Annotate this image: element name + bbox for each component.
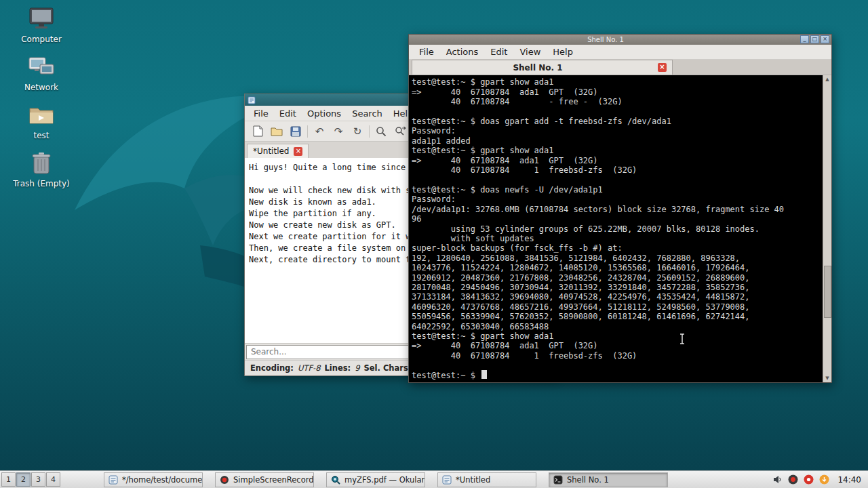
text-editor-icon	[442, 475, 452, 485]
task-button-untitled[interactable]: *Untitled	[437, 472, 536, 487]
workspace-button-3[interactable]: 3	[31, 472, 45, 487]
computer-icon	[26, 5, 56, 33]
editor-menu-file[interactable]: File	[249, 107, 273, 120]
minimize-button[interactable]: _	[800, 35, 809, 43]
terminal-menubar: File Actions Edit View Help	[409, 45, 831, 60]
scroll-up-icon[interactable]: ▲	[823, 75, 832, 83]
desktop-icon-label: Computer	[21, 35, 62, 44]
desktop-icon-computer[interactable]: Computer	[11, 5, 72, 44]
search-button[interactable]	[374, 124, 389, 139]
task-label: SimpleScreenRecorder	[233, 475, 314, 485]
terminal-menu-view[interactable]: View	[515, 45, 545, 58]
workspace-switcher: 1 2 3 4	[1, 472, 60, 487]
taskbar: 1 2 3 4 */home/test/documents/... Simple…	[0, 470, 868, 488]
terminal-menu-actions[interactable]: Actions	[441, 45, 484, 58]
redo-button[interactable]: ↷	[331, 124, 346, 139]
terminal-tab-label: Shell No. 1	[418, 63, 658, 73]
okular-icon	[331, 475, 340, 485]
task-label: myZFS.pdf — Okular	[344, 475, 425, 485]
task-label: *Untitled	[456, 475, 490, 485]
desktop-icon-label: Trash (Empty)	[13, 180, 70, 188]
terminal-text-cursor	[481, 370, 487, 379]
folder-icon	[26, 102, 56, 129]
open-file-button[interactable]	[269, 124, 284, 139]
toolbar-separator	[369, 125, 370, 138]
trash-icon	[26, 150, 56, 177]
desktop-icon-trash[interactable]: Trash (Empty)	[11, 150, 72, 188]
status-encoding-value: UTF-8	[298, 363, 321, 373]
terminal-window: Shell No. 1 _ □ × File Actions Edit View…	[408, 34, 832, 383]
tab-close-icon[interactable]: ×	[294, 147, 302, 156]
taskbar-clock[interactable]: 14:40	[837, 475, 861, 485]
workspace-button-1[interactable]: 1	[1, 472, 16, 487]
status-sel-label: Sel. Chars:	[364, 363, 412, 373]
tray-update-icon[interactable]	[819, 474, 829, 485]
status-lines-label: Lines:	[324, 363, 351, 373]
mouse-cursor	[679, 333, 686, 346]
close-button[interactable]: ×	[821, 35, 829, 43]
tray-record-status-icon[interactable]	[804, 474, 814, 485]
scroll-down-icon[interactable]: ▼	[823, 374, 832, 382]
editor-tab-untitled[interactable]: *Untitled ×	[247, 144, 309, 158]
search-replace-button[interactable]	[393, 124, 408, 139]
editor-menu-options[interactable]: Options	[302, 107, 346, 120]
terminal-tabbar: Shell No. 1 ×	[409, 60, 831, 75]
terminal-titlebar[interactable]: Shell No. 1 _ □ ×	[409, 35, 831, 45]
terminal-menu-help[interactable]: Help	[548, 45, 578, 58]
task-button-list: */home/test/documents/... SimpleScreenRe…	[104, 472, 668, 487]
task-label: Shell No. 1	[567, 475, 609, 485]
terminal-icon	[553, 475, 563, 485]
scrollbar-thumb[interactable]	[824, 266, 831, 318]
terminal-tab[interactable]: Shell No. 1 ×	[412, 60, 673, 75]
recorder-icon	[220, 475, 229, 485]
network-icon	[26, 54, 56, 81]
text-editor-icon	[108, 475, 118, 485]
editor-menu-search[interactable]: Search	[347, 107, 387, 120]
save-button[interactable]	[288, 124, 303, 139]
terminal-screen-wrap: test@test:~ $ gpart show ada1 => 40 6710…	[409, 75, 831, 382]
status-encoding-label: Encoding:	[250, 363, 294, 373]
desktop-icon-network[interactable]: Network	[11, 54, 72, 92]
desktop-icon-label: test	[33, 131, 49, 140]
task-button-okular[interactable]: myZFS.pdf — Okular	[326, 472, 425, 487]
new-file-button[interactable]	[250, 124, 265, 139]
volume-icon[interactable]	[772, 474, 783, 485]
maximize-button[interactable]: □	[810, 35, 819, 43]
workspace-button-2[interactable]: 2	[16, 472, 31, 487]
task-button-simplescreenrecorder[interactable]: SimpleScreenRecorder	[215, 472, 314, 487]
terminal-menu-file[interactable]: File	[414, 45, 439, 58]
system-tray: 14:40	[772, 474, 868, 485]
editor-menu-edit[interactable]: Edit	[275, 107, 301, 120]
reload-button[interactable]: ↻	[350, 124, 365, 139]
desktop-icon-test-folder[interactable]: test	[11, 102, 72, 140]
terminal-screen[interactable]: test@test:~ $ gpart show ada1 => 40 6710…	[409, 75, 823, 382]
terminal-window-title: Shell No. 1	[411, 36, 800, 43]
status-lines-value: 9	[355, 363, 359, 373]
tab-close-icon[interactable]: ×	[658, 63, 667, 72]
editor-window-icon	[248, 96, 256, 104]
tray-recorder-icon[interactable]	[788, 474, 798, 485]
toolbar-separator	[307, 125, 308, 138]
workspace-button-4[interactable]: 4	[46, 472, 60, 487]
task-label: */home/test/documents/...	[122, 475, 203, 485]
terminal-menu-edit[interactable]: Edit	[486, 45, 512, 58]
editor-tab-label: *Untitled	[253, 146, 289, 156]
task-button-documents[interactable]: */home/test/documents/...	[104, 472, 203, 487]
terminal-scrollbar[interactable]: ▲ ▼	[823, 75, 831, 382]
undo-button[interactable]: ↶	[312, 124, 327, 139]
task-button-shell[interactable]: Shell No. 1	[549, 472, 668, 487]
desktop-icon-label: Network	[24, 83, 58, 92]
desktop-icon-list: Computer Network test Trash (Empty)	[11, 5, 72, 188]
